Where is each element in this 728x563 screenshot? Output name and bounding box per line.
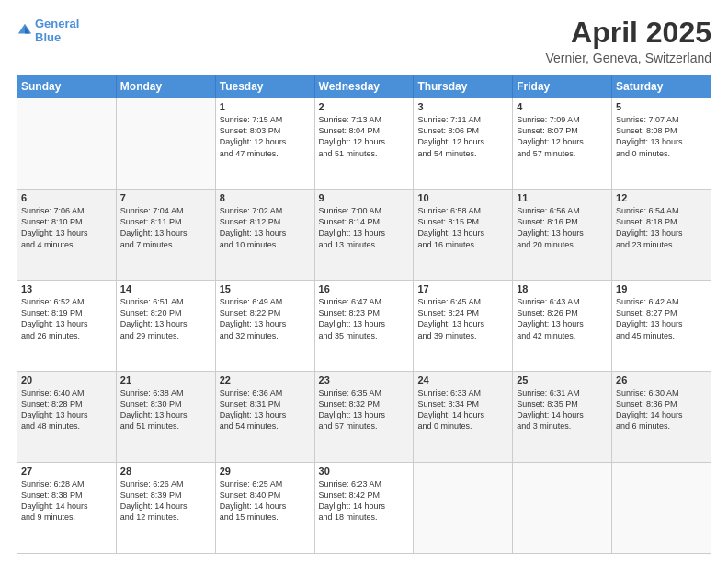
day-cell: 18Sunrise: 6:43 AM Sunset: 8:26 PM Dayli… — [513, 281, 612, 372]
day-info: Sunrise: 7:09 AM Sunset: 8:07 PM Dayligh… — [517, 114, 608, 159]
day-number: 5 — [616, 101, 707, 112]
day-cell: 25Sunrise: 6:31 AM Sunset: 8:35 PM Dayli… — [513, 372, 612, 463]
day-info: Sunrise: 6:36 AM Sunset: 8:31 PM Dayligh… — [220, 387, 311, 432]
day-info: Sunrise: 6:43 AM Sunset: 8:26 PM Dayligh… — [517, 296, 608, 341]
day-cell: 1Sunrise: 7:15 AM Sunset: 8:03 PM Daylig… — [215, 98, 314, 190]
day-number: 8 — [220, 192, 311, 203]
day-cell: 26Sunrise: 6:30 AM Sunset: 8:36 PM Dayli… — [612, 372, 711, 463]
day-cell: 19Sunrise: 6:42 AM Sunset: 8:27 PM Dayli… — [612, 281, 711, 372]
week-row-5: 27Sunrise: 6:28 AM Sunset: 8:38 PM Dayli… — [17, 463, 711, 554]
day-number: 9 — [319, 192, 410, 203]
day-cell: 4Sunrise: 7:09 AM Sunset: 8:07 PM Daylig… — [513, 98, 612, 190]
day-cell — [612, 463, 711, 554]
day-number: 13 — [21, 283, 112, 294]
day-number: 29 — [220, 465, 311, 477]
day-info: Sunrise: 6:47 AM Sunset: 8:23 PM Dayligh… — [319, 296, 410, 341]
day-info: Sunrise: 6:38 AM Sunset: 8:30 PM Dayligh… — [120, 387, 211, 432]
day-cell: 10Sunrise: 6:58 AM Sunset: 8:15 PM Dayli… — [414, 190, 513, 281]
day-info: Sunrise: 6:33 AM Sunset: 8:34 PM Dayligh… — [417, 387, 508, 432]
day-number: 1 — [220, 101, 311, 112]
day-number: 4 — [517, 101, 608, 112]
col-saturday: Saturday — [612, 75, 711, 98]
day-info: Sunrise: 7:04 AM Sunset: 8:11 PM Dayligh… — [120, 205, 211, 250]
day-info: Sunrise: 7:06 AM Sunset: 8:10 PM Dayligh… — [21, 205, 112, 250]
day-number: 14 — [120, 283, 211, 294]
day-number: 30 — [319, 465, 410, 477]
day-number: 24 — [417, 374, 508, 385]
day-info: Sunrise: 7:07 AM Sunset: 8:08 PM Dayligh… — [616, 114, 707, 159]
day-info: Sunrise: 6:40 AM Sunset: 8:28 PM Dayligh… — [21, 387, 112, 432]
col-tuesday: Tuesday — [215, 75, 314, 98]
day-cell: 20Sunrise: 6:40 AM Sunset: 8:28 PM Dayli… — [17, 372, 117, 463]
month-title: April 2025 — [545, 17, 711, 49]
day-info: Sunrise: 6:54 AM Sunset: 8:18 PM Dayligh… — [616, 205, 707, 250]
day-number: 26 — [616, 374, 707, 385]
day-cell: 14Sunrise: 6:51 AM Sunset: 8:20 PM Dayli… — [116, 281, 215, 372]
col-thursday: Thursday — [414, 75, 513, 98]
day-number: 23 — [319, 374, 410, 385]
day-number: 12 — [616, 192, 707, 203]
day-info: Sunrise: 6:49 AM Sunset: 8:22 PM Dayligh… — [220, 296, 311, 341]
day-cell: 8Sunrise: 7:02 AM Sunset: 8:12 PM Daylig… — [215, 190, 314, 281]
day-cell: 6Sunrise: 7:06 AM Sunset: 8:10 PM Daylig… — [17, 190, 117, 281]
day-cell: 29Sunrise: 6:25 AM Sunset: 8:40 PM Dayli… — [215, 463, 314, 554]
calendar: Sunday Monday Tuesday Wednesday Thursday… — [17, 75, 711, 554]
day-info: Sunrise: 6:58 AM Sunset: 8:15 PM Dayligh… — [417, 205, 508, 250]
day-info: Sunrise: 7:02 AM Sunset: 8:12 PM Dayligh… — [220, 205, 311, 250]
col-wednesday: Wednesday — [314, 75, 414, 98]
week-row-1: 1Sunrise: 7:15 AM Sunset: 8:03 PM Daylig… — [17, 98, 711, 190]
day-info: Sunrise: 6:45 AM Sunset: 8:24 PM Dayligh… — [417, 296, 508, 341]
day-info: Sunrise: 6:52 AM Sunset: 8:19 PM Dayligh… — [21, 296, 112, 341]
logo-text: General Blue — [35, 17, 79, 44]
day-cell: 30Sunrise: 6:23 AM Sunset: 8:42 PM Dayli… — [314, 463, 414, 554]
day-cell — [513, 463, 612, 554]
logo: General Blue — [17, 17, 79, 44]
day-cell: 7Sunrise: 7:04 AM Sunset: 8:11 PM Daylig… — [116, 190, 215, 281]
day-number: 19 — [616, 283, 707, 294]
page: General Blue April 2025 Vernier, Geneva,… — [0, 0, 728, 563]
day-info: Sunrise: 6:35 AM Sunset: 8:32 PM Dayligh… — [319, 387, 410, 432]
day-cell — [17, 98, 117, 190]
day-cell — [116, 98, 215, 190]
header-row: Sunday Monday Tuesday Wednesday Thursday… — [17, 75, 711, 98]
day-cell: 3Sunrise: 7:11 AM Sunset: 8:06 PM Daylig… — [414, 98, 513, 190]
day-number: 21 — [120, 374, 211, 385]
day-cell: 22Sunrise: 6:36 AM Sunset: 8:31 PM Dayli… — [215, 372, 314, 463]
day-number: 3 — [417, 101, 508, 112]
week-row-2: 6Sunrise: 7:06 AM Sunset: 8:10 PM Daylig… — [17, 190, 711, 281]
day-cell: 21Sunrise: 6:38 AM Sunset: 8:30 PM Dayli… — [116, 372, 215, 463]
day-info: Sunrise: 6:42 AM Sunset: 8:27 PM Dayligh… — [616, 296, 707, 341]
day-info: Sunrise: 7:00 AM Sunset: 8:14 PM Dayligh… — [319, 205, 410, 250]
title-block: April 2025 Vernier, Geneva, Switzerland — [545, 17, 711, 65]
header: General Blue April 2025 Vernier, Geneva,… — [17, 17, 711, 65]
week-row-3: 13Sunrise: 6:52 AM Sunset: 8:19 PM Dayli… — [17, 281, 711, 372]
day-number: 11 — [517, 192, 608, 203]
col-sunday: Sunday — [17, 75, 117, 98]
day-info: Sunrise: 6:25 AM Sunset: 8:40 PM Dayligh… — [220, 478, 311, 523]
day-number: 28 — [120, 465, 211, 477]
day-number: 2 — [319, 101, 410, 112]
day-info: Sunrise: 6:26 AM Sunset: 8:39 PM Dayligh… — [120, 478, 211, 523]
day-number: 25 — [517, 374, 608, 385]
day-cell: 2Sunrise: 7:13 AM Sunset: 8:04 PM Daylig… — [314, 98, 414, 190]
day-info: Sunrise: 6:23 AM Sunset: 8:42 PM Dayligh… — [319, 478, 410, 523]
day-cell: 28Sunrise: 6:26 AM Sunset: 8:39 PM Dayli… — [116, 463, 215, 554]
day-info: Sunrise: 6:30 AM Sunset: 8:36 PM Dayligh… — [616, 387, 707, 432]
day-number: 10 — [417, 192, 508, 203]
day-number: 7 — [120, 192, 211, 203]
day-number: 22 — [220, 374, 311, 385]
day-number: 6 — [21, 192, 112, 203]
day-number: 27 — [21, 465, 112, 477]
day-info: Sunrise: 7:15 AM Sunset: 8:03 PM Dayligh… — [220, 114, 311, 159]
day-cell: 5Sunrise: 7:07 AM Sunset: 8:08 PM Daylig… — [612, 98, 711, 190]
col-monday: Monday — [116, 75, 215, 98]
day-cell: 12Sunrise: 6:54 AM Sunset: 8:18 PM Dayli… — [612, 190, 711, 281]
day-cell: 11Sunrise: 6:56 AM Sunset: 8:16 PM Dayli… — [513, 190, 612, 281]
day-cell: 24Sunrise: 6:33 AM Sunset: 8:34 PM Dayli… — [414, 372, 513, 463]
day-number: 18 — [517, 283, 608, 294]
logo-icon — [17, 21, 33, 38]
day-cell: 16Sunrise: 6:47 AM Sunset: 8:23 PM Dayli… — [314, 281, 414, 372]
day-cell: 27Sunrise: 6:28 AM Sunset: 8:38 PM Dayli… — [17, 463, 117, 554]
day-number: 16 — [319, 283, 410, 294]
day-cell: 13Sunrise: 6:52 AM Sunset: 8:19 PM Dayli… — [17, 281, 117, 372]
